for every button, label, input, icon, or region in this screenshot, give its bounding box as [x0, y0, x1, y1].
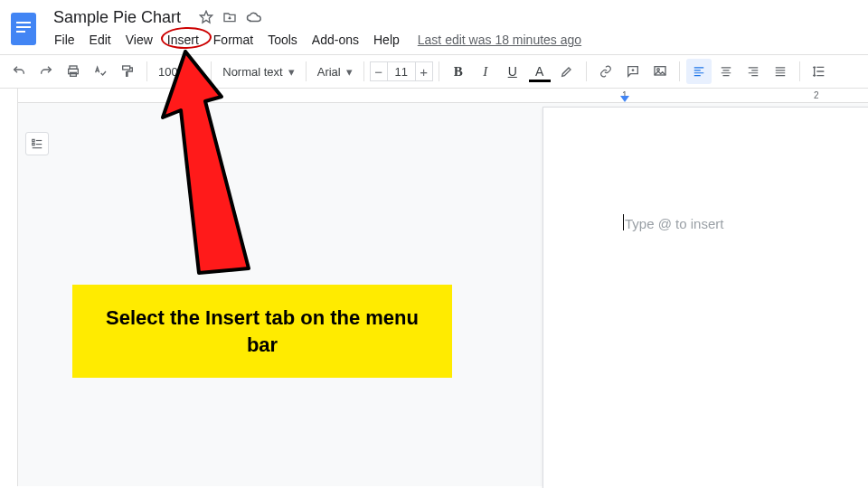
- font-select[interactable]: Arial▾: [312, 59, 358, 84]
- menu-file[interactable]: File: [47, 31, 82, 49]
- menu-view[interactable]: View: [118, 31, 160, 49]
- svg-rect-1: [16, 22, 31, 23]
- svg-rect-12: [33, 143, 34, 145]
- toolbar: 100%▾ Normal text▾ Arial▾ − 11 + B I U A: [0, 54, 868, 89]
- align-justify-button[interactable]: [768, 59, 793, 84]
- print-button[interactable]: [61, 59, 86, 84]
- svg-rect-11: [33, 139, 34, 141]
- font-size-increase[interactable]: +: [415, 61, 433, 81]
- menu-bar: File Edit View Insert Format Tools Add-o…: [47, 29, 581, 51]
- horizontal-ruler[interactable]: 1 2: [0, 89, 868, 103]
- align-right-button[interactable]: [741, 59, 766, 84]
- svg-rect-8: [123, 66, 130, 70]
- page-placeholder: Type @ to insert: [625, 216, 723, 231]
- text-color-button[interactable]: A: [527, 59, 552, 84]
- menu-format[interactable]: Format: [206, 31, 260, 49]
- image-button[interactable]: [647, 59, 673, 84]
- zoom-select[interactable]: 100%▾: [153, 59, 205, 84]
- redo-button[interactable]: [33, 59, 59, 84]
- menu-edit[interactable]: Edit: [82, 31, 118, 49]
- font-size-value[interactable]: 11: [388, 61, 415, 81]
- docs-logo[interactable]: [7, 7, 40, 51]
- chevron-down-icon: ▾: [288, 65, 295, 79]
- app-header: Sample Pie Chart File Edit View Insert F…: [0, 0, 868, 51]
- spellcheck-button[interactable]: [88, 59, 113, 84]
- menu-tools[interactable]: Tools: [260, 31, 305, 49]
- italic-button[interactable]: I: [473, 59, 498, 84]
- font-size-decrease[interactable]: −: [370, 61, 388, 81]
- style-select[interactable]: Normal text▾: [217, 59, 299, 84]
- svg-rect-3: [16, 31, 25, 33]
- align-left-button[interactable]: [686, 59, 712, 84]
- comment-button[interactable]: [620, 59, 646, 84]
- undo-button[interactable]: [6, 59, 32, 84]
- vertical-ruler[interactable]: [0, 89, 18, 486]
- cloud-status-icon[interactable]: [246, 11, 262, 23]
- last-edit-link[interactable]: Last edit was 18 minutes ago: [418, 33, 581, 47]
- line-spacing-button[interactable]: [807, 59, 832, 84]
- svg-point-10: [656, 69, 659, 71]
- svg-rect-7: [71, 72, 77, 76]
- paint-format-button[interactable]: [115, 59, 140, 84]
- doc-title[interactable]: Sample Pie Chart: [47, 6, 187, 29]
- bold-button[interactable]: B: [446, 59, 471, 84]
- move-icon[interactable]: [222, 10, 237, 24]
- outline-toggle[interactable]: [25, 132, 49, 155]
- document-page[interactable]: Type @ to insert: [542, 107, 868, 488]
- menu-insert[interactable]: Insert: [160, 31, 206, 49]
- svg-rect-0: [11, 13, 36, 45]
- font-size-control: − 11 +: [370, 61, 433, 81]
- svg-rect-2: [16, 26, 31, 28]
- chevron-down-icon: ▾: [346, 65, 353, 79]
- link-button[interactable]: [593, 59, 618, 84]
- annotation-callout: Select the Insert tab on the menu bar: [72, 285, 452, 378]
- text-cursor: [623, 214, 624, 230]
- menu-help[interactable]: Help: [366, 31, 407, 49]
- align-center-button[interactable]: [713, 59, 739, 84]
- highlight-button[interactable]: [554, 59, 580, 84]
- menu-addons[interactable]: Add-ons: [305, 31, 366, 49]
- underline-button[interactable]: U: [500, 59, 525, 84]
- star-icon[interactable]: [199, 10, 213, 24]
- svg-marker-4: [200, 11, 212, 23]
- chevron-down-icon: ▾: [193, 65, 200, 79]
